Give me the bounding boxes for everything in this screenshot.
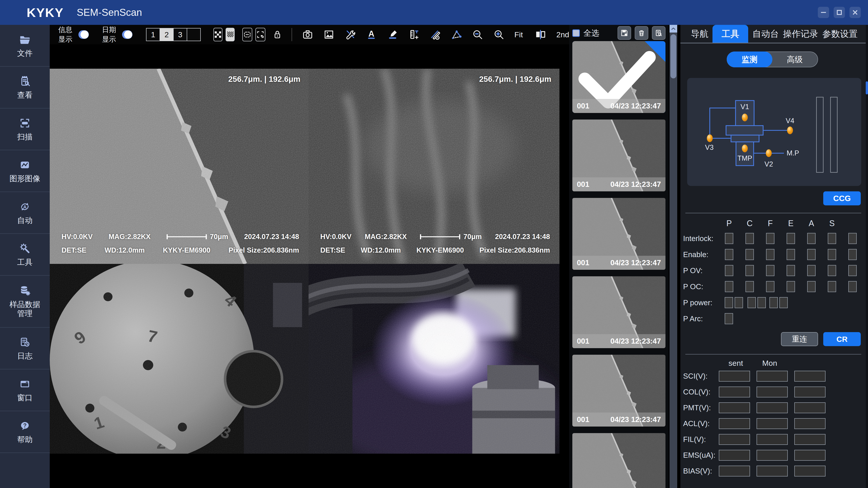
- tab-navigation[interactable]: 导航: [691, 25, 708, 43]
- chamber-camera-viewport[interactable]: [309, 264, 559, 454]
- date-display-toggle[interactable]: [122, 30, 132, 39]
- select-all-checkbox[interactable]: [572, 29, 580, 37]
- thumbnail-item-3[interactable]: 00104/23 12:23:47: [572, 198, 665, 270]
- minimize-button[interactable]: [818, 7, 829, 18]
- ems-mon-field[interactable]: [756, 450, 788, 461]
- lock-button[interactable]: [272, 29, 283, 40]
- right-panel-scrollbar[interactable]: [866, 25, 868, 488]
- cr-button[interactable]: CR: [823, 332, 861, 346]
- scroll-up-button[interactable]: [670, 25, 677, 33]
- sidebar-item-auto[interactable]: A 自动: [0, 192, 50, 234]
- valve-v2-indicator[interactable]: [766, 149, 772, 157]
- status-checkbox[interactable]: [779, 297, 788, 308]
- preview-search-button[interactable]: [652, 26, 665, 40]
- measure-ruler-button[interactable]: [408, 29, 420, 40]
- status-checkbox[interactable]: [786, 281, 795, 292]
- tab-tools[interactable]: 工具: [712, 25, 748, 43]
- dither-coarse-button[interactable]: [213, 28, 222, 41]
- status-checkbox[interactable]: [786, 249, 795, 260]
- status-checkbox[interactable]: [828, 233, 836, 244]
- quadrant-3-button[interactable]: 3: [173, 28, 187, 41]
- monitor-mode-button[interactable]: 监测: [727, 52, 772, 67]
- ccg-button[interactable]: CCG: [823, 191, 861, 205]
- status-checkbox[interactable]: [848, 265, 857, 276]
- close-button[interactable]: [849, 7, 861, 18]
- sci-mon2-field[interactable]: [794, 371, 826, 382]
- zoom-in-button[interactable]: [493, 29, 504, 40]
- status-checkbox[interactable]: [766, 233, 774, 244]
- bias-mon-field[interactable]: [756, 466, 788, 477]
- status-checkbox[interactable]: [735, 297, 743, 308]
- dashed-frame-button[interactable]: [242, 28, 252, 41]
- status-checkbox[interactable]: [807, 249, 815, 260]
- col-sent-field[interactable]: [719, 387, 750, 397]
- ems-sent-field[interactable]: [719, 450, 750, 461]
- angle-measure-button[interactable]: [451, 29, 462, 40]
- status-checkbox[interactable]: [725, 281, 733, 292]
- thumbnail-item-4[interactable]: 00104/23 12:23:47: [572, 276, 665, 348]
- status-checkbox[interactable]: [725, 249, 733, 260]
- advanced-mode-button[interactable]: 高级: [772, 52, 817, 67]
- ems-mon2-field[interactable]: [794, 450, 826, 461]
- sci-mon-field[interactable]: [756, 371, 788, 382]
- status-checkbox[interactable]: [745, 249, 754, 260]
- scrollbar-thumb[interactable]: [866, 81, 868, 94]
- sidebar-item-help[interactable]: ? 帮助: [0, 411, 50, 453]
- quadrant-4-button[interactable]: [187, 28, 201, 41]
- sidebar-item-window[interactable]: 窗口: [0, 369, 50, 411]
- status-checkbox[interactable]: [725, 297, 733, 308]
- quadrant-1-button[interactable]: 1: [146, 28, 160, 41]
- status-checkbox[interactable]: [848, 233, 857, 244]
- sidebar-item-sample-data[interactable]: 样品数据管理: [0, 275, 50, 328]
- pmt-mon2-field[interactable]: [794, 402, 826, 413]
- reconnect-button[interactable]: 重连: [781, 332, 818, 346]
- status-checkbox[interactable]: [786, 265, 795, 276]
- col-mon2-field[interactable]: [794, 387, 826, 397]
- tab-auto-stage[interactable]: 自动台: [752, 25, 779, 43]
- sidebar-item-file[interactable]: 文件: [0, 25, 50, 67]
- bias-sent-field[interactable]: [719, 466, 750, 477]
- status-checkbox[interactable]: [725, 265, 733, 276]
- status-checkbox[interactable]: [786, 233, 795, 244]
- valve-v1-indicator[interactable]: [742, 113, 748, 121]
- thumbnail-item-1[interactable]: 00104/23 12:23:47: [572, 41, 665, 113]
- thumbnail-item-5[interactable]: 00104/23 12:23:47: [572, 355, 665, 427]
- status-checkbox[interactable]: [766, 265, 774, 276]
- status-checkbox[interactable]: [745, 233, 754, 244]
- pmt-mon-field[interactable]: [756, 402, 788, 413]
- text-annotation-button[interactable]: A: [366, 29, 377, 40]
- status-checkbox[interactable]: [807, 233, 815, 244]
- sidebar-item-view[interactable]: 查看: [0, 67, 50, 108]
- thumbnail-item-6[interactable]: [572, 433, 665, 488]
- valve-v3-indicator[interactable]: [707, 134, 713, 142]
- tab-parameter-settings[interactable]: 参数设置: [822, 25, 858, 43]
- maximize-button[interactable]: [834, 7, 845, 18]
- info-display-toggle[interactable]: [79, 30, 89, 39]
- status-checkbox[interactable]: [766, 249, 774, 260]
- protractor-button[interactable]: [430, 29, 441, 40]
- status-checkbox[interactable]: [757, 297, 766, 308]
- valve-v4-indicator[interactable]: [787, 127, 793, 134]
- scrollbar-thumb[interactable]: [671, 34, 676, 78]
- acl-mon2-field[interactable]: [794, 418, 826, 429]
- fil-sent-field[interactable]: [719, 434, 750, 445]
- status-checkbox[interactable]: [828, 265, 836, 276]
- col-mon-field[interactable]: [756, 387, 788, 397]
- acl-mon-field[interactable]: [756, 418, 788, 429]
- status-checkbox[interactable]: [828, 249, 836, 260]
- image-gallery-button[interactable]: [323, 29, 335, 40]
- status-checkbox[interactable]: [770, 297, 778, 308]
- quadrant-2-button[interactable]: 2: [160, 28, 174, 41]
- status-checkbox[interactable]: [725, 233, 733, 244]
- sci-sent-field[interactable]: [719, 371, 750, 382]
- sem-viewport-1[interactable]: 256.7μm. | 192.6μm HV:0.0KV MAG:2.82KX 7…: [50, 69, 309, 264]
- status-checkbox[interactable]: [848, 249, 857, 260]
- thumbnail-item-2[interactable]: 00104/23 12:23:47: [572, 120, 665, 191]
- sidebar-item-graphics-image[interactable]: 图形图像: [0, 150, 50, 192]
- sem-viewport-2[interactable]: 256.7μm. | 192.6μm HV:0.0KV MAG:2.82KX 7…: [309, 69, 559, 264]
- status-checkbox[interactable]: [766, 281, 774, 292]
- pen-annotation-button[interactable]: [387, 29, 398, 40]
- bias-mon2-field[interactable]: [794, 466, 826, 477]
- sidebar-item-tools[interactable]: 工具: [0, 234, 50, 275]
- zoom-out-button[interactable]: [472, 29, 483, 40]
